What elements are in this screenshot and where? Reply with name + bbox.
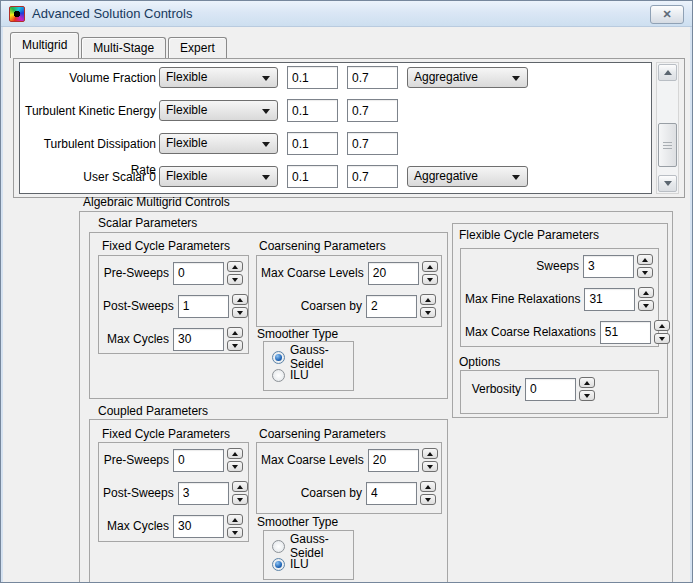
- value-input-1[interactable]: [287, 66, 338, 89]
- spin-up-button[interactable]: [422, 261, 438, 272]
- spin-up-button[interactable]: [420, 481, 436, 492]
- down-arrow-icon: [237, 311, 243, 315]
- cycle-type-dropdown[interactable]: Flexible: [159, 133, 278, 154]
- radio-option[interactable]: Gauss-Seidel: [272, 537, 353, 555]
- titlebar[interactable]: Advanced Solution Controls ✕: [1, 1, 693, 27]
- spin-up-button[interactable]: [422, 448, 438, 459]
- spin-up-button[interactable]: [227, 448, 243, 459]
- down-arrow-icon: [425, 498, 431, 502]
- coupled-fixed-cycle-title: Fixed Cycle Parameters: [102, 427, 230, 441]
- tab-expert[interactable]: Expert: [168, 37, 227, 58]
- spin-down-button[interactable]: [637, 267, 653, 278]
- scalar-coarsening-title: Coarsening Parameters: [259, 239, 386, 253]
- down-arrow-icon: [237, 498, 243, 502]
- sweeps-input[interactable]: [583, 255, 634, 278]
- spin-down-button[interactable]: [654, 333, 670, 344]
- spin-down-button[interactable]: [420, 494, 436, 505]
- radio-icon[interactable]: [272, 369, 285, 382]
- spin-down-button[interactable]: [227, 274, 243, 285]
- post-sweeps-input[interactable]: [178, 482, 229, 505]
- cycle-type-dropdown[interactable]: Flexible: [159, 67, 278, 88]
- spin-down-button[interactable]: [638, 300, 654, 311]
- down-arrow-icon: [643, 304, 649, 308]
- spinner: [227, 327, 243, 351]
- radio-option[interactable]: ILU: [272, 366, 353, 384]
- cycle-type-dropdown[interactable]: Flexible: [159, 100, 278, 121]
- field-label: Post-Sweeps: [103, 299, 178, 313]
- spin-down-button[interactable]: [227, 461, 243, 472]
- vertical-scrollbar[interactable]: [656, 62, 679, 194]
- radio-icon[interactable]: [272, 540, 285, 553]
- value-input-1[interactable]: [287, 99, 338, 122]
- spin-up-button[interactable]: [227, 514, 243, 525]
- value-input-2[interactable]: [347, 132, 398, 155]
- coarsen-by-input[interactable]: [366, 482, 417, 505]
- max-cycles-input[interactable]: [173, 328, 224, 351]
- method-dropdown[interactable]: Aggregative: [407, 166, 528, 187]
- scroll-up-button[interactable]: [658, 64, 677, 81]
- field-row: Max Fine Relaxations: [465, 287, 653, 311]
- max-coarse-levels-input[interactable]: [368, 449, 419, 472]
- equation-row: Volume Fraction Flexible Aggregative: [20, 65, 651, 92]
- field-label: Max Cycles: [103, 519, 173, 533]
- down-arrow-icon: [659, 337, 665, 341]
- value-input-1[interactable]: [287, 165, 338, 188]
- spin-down-button[interactable]: [232, 494, 248, 505]
- radio-option[interactable]: Gauss-Seidel: [272, 348, 353, 366]
- pre-sweeps-input[interactable]: [173, 449, 224, 472]
- scroll-down-button[interactable]: [658, 175, 677, 192]
- radio-icon[interactable]: [272, 351, 285, 364]
- scroll-thumb[interactable]: [658, 123, 677, 167]
- value-input-2[interactable]: [347, 66, 398, 89]
- spin-down-button[interactable]: [227, 340, 243, 351]
- equation-label: Turbulent Dissipation Rate: [20, 131, 156, 157]
- method-dropdown[interactable]: Aggregative: [407, 67, 528, 88]
- scalar-fixed-cycle-box: Pre-Sweeps Post-Sweeps Max Cycles: [98, 255, 249, 354]
- up-arrow-icon: [232, 452, 238, 456]
- max-coarse-relaxations-input[interactable]: [600, 321, 651, 344]
- equation-list: Volume Fraction Flexible Aggregative Tur…: [19, 62, 652, 194]
- field-label: Verbosity: [465, 382, 525, 396]
- fluent-app-icon: [9, 6, 25, 22]
- spinner: [579, 377, 595, 401]
- max-cycles-input[interactable]: [173, 515, 224, 538]
- coarsen-by-input[interactable]: [366, 295, 417, 318]
- spin-down-button[interactable]: [422, 274, 438, 285]
- spin-down-button[interactable]: [232, 307, 248, 318]
- value-input-1[interactable]: [287, 132, 338, 155]
- spin-down-button[interactable]: [227, 527, 243, 538]
- spin-down-button[interactable]: [579, 390, 595, 401]
- value-input-2[interactable]: [347, 99, 398, 122]
- value-input-2[interactable]: [347, 165, 398, 188]
- spin-down-button[interactable]: [420, 307, 436, 318]
- up-arrow-icon: [237, 485, 243, 489]
- radio-option[interactable]: ILU: [272, 555, 353, 573]
- radio-icon[interactable]: [272, 558, 285, 571]
- verbosity-input[interactable]: [525, 378, 576, 401]
- max-fine-relaxations-input[interactable]: [584, 288, 635, 311]
- field-row: Max Cycles: [103, 514, 243, 538]
- pre-sweeps-input[interactable]: [173, 262, 224, 285]
- tab-multi-stage[interactable]: Multi-Stage: [81, 37, 166, 58]
- up-arrow-icon: [237, 298, 243, 302]
- spin-up-button[interactable]: [638, 287, 654, 298]
- spin-down-button[interactable]: [422, 461, 438, 472]
- amg-controls-title: Algebraic Multigrid Controls: [83, 195, 230, 209]
- options-box: Verbosity: [460, 370, 659, 414]
- spin-up-button[interactable]: [637, 254, 653, 265]
- max-coarse-levels-input[interactable]: [368, 262, 419, 285]
- coupled-fixed-cycle-box: Pre-Sweeps Post-Sweeps Max Cycles: [98, 442, 249, 542]
- spin-up-button[interactable]: [420, 294, 436, 305]
- close-button[interactable]: ✕: [650, 5, 684, 24]
- spin-up-button[interactable]: [232, 294, 248, 305]
- spin-up-button[interactable]: [579, 377, 595, 388]
- spin-up-button[interactable]: [654, 320, 670, 331]
- post-sweeps-input[interactable]: [178, 295, 229, 318]
- options-title: Options: [459, 355, 500, 369]
- spin-up-button[interactable]: [227, 327, 243, 338]
- cycle-type-dropdown[interactable]: Flexible: [159, 166, 278, 187]
- spin-up-button[interactable]: [232, 481, 248, 492]
- coupled-parameters-title: Coupled Parameters: [98, 404, 208, 418]
- tab-multigrid[interactable]: Multigrid: [10, 32, 79, 58]
- spin-up-button[interactable]: [227, 261, 243, 272]
